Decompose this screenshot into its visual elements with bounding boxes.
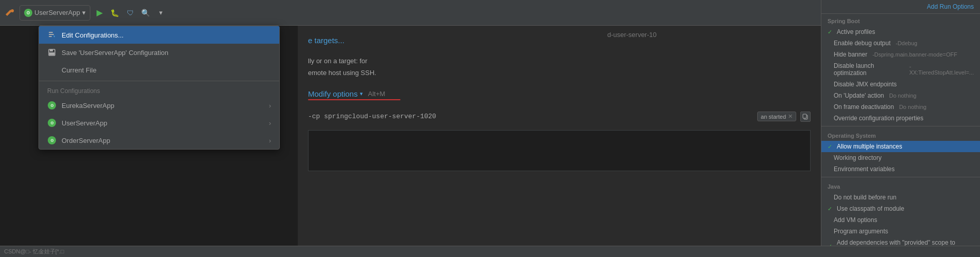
copy-icon[interactable] bbox=[800, 112, 811, 122]
svg-rect-2 bbox=[49, 34, 54, 35]
eureka-icon: ⚙ bbox=[47, 101, 56, 110]
tag-badge[interactable]: an started ✕ bbox=[757, 112, 796, 121]
eureka-label: EurekaServerApp bbox=[62, 102, 114, 109]
user-server-item[interactable]: ⚙ UserServerApp › bbox=[39, 114, 279, 132]
os-separator bbox=[821, 126, 980, 126]
build-icon[interactable] bbox=[4, 7, 16, 19]
active-profiles-item[interactable]: Active profiles bbox=[821, 26, 980, 38]
disable-jmx-item[interactable]: Disable JMX endpoints bbox=[821, 79, 980, 90]
hide-banner-item[interactable]: Hide banner -Dspring.main.banner-mode=OF… bbox=[821, 49, 980, 60]
save-configuration-label: Save 'UserServerApp' Configuration bbox=[62, 49, 168, 57]
right-panel: Add Run Options Spring Boot Active profi… bbox=[821, 0, 980, 257]
on-frame-value: Do nothing bbox=[899, 104, 926, 110]
edit-configurations-label: Edit Configurations... bbox=[62, 31, 124, 39]
no-build-label: Do not build before run bbox=[834, 194, 896, 201]
content-text: lly or on a target: for emote host using… bbox=[308, 55, 811, 79]
menu-divider bbox=[39, 81, 279, 81]
user-server-icon: ⚙ bbox=[47, 118, 56, 127]
app-icon: ⚙ bbox=[24, 9, 32, 17]
on-update-item[interactable]: On 'Update' action Do nothing bbox=[821, 90, 980, 101]
env-variables-label: Environment variables bbox=[834, 166, 895, 173]
os-section-label: Operating System bbox=[821, 128, 980, 141]
program-args-item[interactable]: Program arguments bbox=[821, 226, 980, 237]
add-vm-options-item[interactable]: Add VM options bbox=[821, 214, 980, 226]
disable-jmx-label: Disable JMX endpoints bbox=[834, 81, 897, 88]
editor-area bbox=[308, 130, 811, 171]
enable-debug-value: -Ddebug bbox=[896, 40, 917, 46]
modify-options-row: Modify options ▾ Alt+M bbox=[308, 89, 811, 98]
status-git-label: CSDN@□- 忆金娃子[*.□ bbox=[4, 248, 64, 255]
disable-launch-value: -XX:TieredStopAtt.level=... bbox=[909, 63, 974, 76]
svg-rect-8 bbox=[803, 114, 806, 118]
order-server-icon: ⚙ bbox=[47, 136, 56, 145]
svg-rect-3 bbox=[49, 36, 52, 37]
order-server-item[interactable]: ⚙ OrderServerApp › bbox=[39, 132, 279, 149]
main-content: d-user-server-10 e targets... lly or on … bbox=[298, 26, 821, 257]
user-server-label: UserServerApp bbox=[62, 119, 107, 127]
server-label: d-user-server-10 bbox=[607, 31, 657, 39]
hide-banner-label: Hide banner bbox=[834, 51, 867, 58]
on-update-label: On 'Update' action bbox=[834, 92, 884, 99]
add-run-options-header[interactable]: Add Run Options bbox=[821, 0, 980, 14]
file-icon bbox=[47, 65, 56, 75]
active-profiles-label: Active profiles bbox=[837, 28, 875, 35]
eureka-server-item[interactable]: ⚙ EurekaServerApp › bbox=[39, 97, 279, 114]
enable-debug-label: Enable debug output bbox=[834, 40, 891, 47]
user-server-arrow: › bbox=[269, 119, 271, 127]
override-config-item[interactable]: Override configuration properties bbox=[821, 113, 980, 124]
save-icon bbox=[47, 48, 56, 57]
debug-button[interactable]: 🐛 bbox=[109, 7, 121, 19]
modify-chevron-icon: ▾ bbox=[360, 90, 363, 97]
add-vm-options-label: Add VM options bbox=[834, 216, 877, 224]
no-build-item[interactable]: Do not build before run bbox=[821, 192, 980, 203]
modify-options-button[interactable]: Modify options ▾ bbox=[308, 89, 363, 98]
search-button[interactable]: 🔍 bbox=[140, 7, 152, 19]
tag-label: an started bbox=[761, 114, 786, 120]
disable-launch-item[interactable]: Disable launch optimization -XX:TieredSt… bbox=[821, 60, 980, 79]
working-directory-label: Working directory bbox=[834, 154, 881, 161]
working-directory-item[interactable]: Working directory bbox=[821, 152, 980, 163]
on-frame-item[interactable]: On frame deactivation Do nothing bbox=[821, 101, 980, 113]
java-section-label: Java bbox=[821, 179, 980, 192]
run-button[interactable]: ▶ bbox=[93, 7, 106, 19]
tag-close-icon[interactable]: ✕ bbox=[788, 113, 793, 120]
classpath-module-label: Use classpath of module bbox=[837, 205, 904, 212]
coverage-button[interactable]: 🛡 bbox=[124, 7, 137, 19]
allow-multiple-label: Allow multiple instances bbox=[837, 143, 902, 150]
status-bar: CSDN@□- 忆金娃子[*.□ bbox=[0, 246, 980, 257]
edit-configurations-item[interactable]: Edit Configurations... bbox=[39, 26, 279, 44]
current-file-item[interactable]: Current File bbox=[39, 61, 279, 79]
svg-rect-1 bbox=[49, 32, 53, 33]
run-config-selector[interactable]: ⚙ UserServerApp ▾ bbox=[20, 5, 90, 21]
java-separator bbox=[821, 177, 980, 177]
svg-rect-6 bbox=[49, 52, 54, 55]
eureka-arrow: › bbox=[269, 102, 271, 109]
override-config-label: Override configuration properties bbox=[834, 115, 924, 122]
allow-multiple-instances-item[interactable]: Allow multiple instances bbox=[821, 141, 980, 152]
disable-launch-label: Disable launch optimization bbox=[834, 62, 904, 77]
run-configurations-section: Run Configurations bbox=[39, 83, 279, 97]
enable-debug-item[interactable]: Enable debug output -Ddebug bbox=[821, 38, 980, 49]
edit-icon bbox=[47, 30, 56, 40]
classpath-module-item[interactable]: Use classpath of module bbox=[821, 203, 980, 214]
current-file-label: Current File bbox=[62, 66, 97, 74]
program-args-label: Program arguments bbox=[834, 228, 888, 235]
targets-text: e targets... bbox=[308, 36, 811, 45]
terminal-text: -cp springcloud-user-server-1020 bbox=[308, 113, 753, 120]
more-button[interactable]: ▾ bbox=[155, 7, 167, 19]
alt-m-label: Alt+M bbox=[368, 90, 386, 98]
dropdown-arrow-icon: ▾ bbox=[82, 9, 86, 16]
env-variables-item[interactable]: Environment variables bbox=[821, 163, 980, 175]
order-server-label: OrderServerApp bbox=[62, 137, 110, 144]
svg-rect-5 bbox=[50, 49, 53, 51]
spring-boot-section-label: Spring Boot bbox=[821, 14, 980, 26]
save-configuration-item[interactable]: Save 'UserServerApp' Configuration bbox=[39, 44, 279, 61]
on-frame-label: On frame deactivation bbox=[834, 103, 894, 111]
dropdown-menu: Edit Configurations... Save 'UserServerA… bbox=[39, 26, 280, 150]
run-config-name: UserServerApp bbox=[34, 9, 80, 16]
on-update-value: Do nothing bbox=[889, 93, 916, 99]
order-server-arrow: › bbox=[269, 137, 271, 144]
hide-banner-value: -Dspring.main.banner-mode=OFF bbox=[872, 51, 957, 58]
svg-point-0 bbox=[11, 9, 14, 12]
terminal-bar: -cp springcloud-user-server-1020 an star… bbox=[308, 108, 811, 125]
